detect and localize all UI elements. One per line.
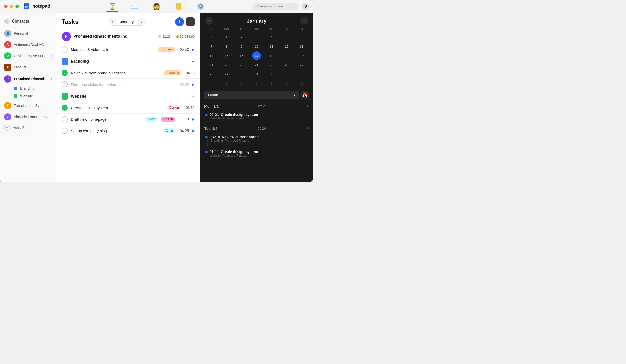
cal-day-13[interactable]: 13: [297, 42, 306, 51]
task-check-review[interactable]: ✓: [62, 70, 68, 76]
cal-day-6[interactable]: 6: [297, 33, 306, 42]
cal-day-3[interactable]: 3: [297, 70, 306, 78]
cal-day-24[interactable]: 24: [252, 60, 261, 69]
cal-day-8[interactable]: 8: [222, 42, 231, 51]
arrow-icon-finetune[interactable]: ▶: [192, 82, 195, 86]
cal-day-12[interactable]: 12: [282, 42, 291, 51]
task-time-homepage: 14:19: [179, 117, 189, 121]
cal-day-11[interactable]: 11: [267, 42, 276, 51]
nav-book[interactable]: 📒: [173, 2, 184, 11]
sidebar-item-product[interactable]: ■ Product: [0, 62, 56, 73]
cal-day-16[interactable]: 16: [237, 51, 246, 60]
nav-mail[interactable]: ✉️: [129, 2, 140, 11]
calendar-view-icon[interactable]: 📅: [301, 91, 309, 99]
nav-settings[interactable]: ⚙️: [195, 2, 207, 11]
minimize-button[interactable]: [10, 5, 13, 8]
arrow-icon-blog[interactable]: ▶: [192, 129, 195, 133]
close-button[interactable]: [4, 5, 8, 8]
cal-day-27[interactable]: 27: [297, 60, 306, 69]
tasks-list: P Promised Rinascimento Inc. 🕐 32:26 💰 $…: [56, 29, 200, 182]
cal-next-button[interactable]: ›: [300, 17, 308, 25]
add-task-branding-button[interactable]: +: [192, 59, 195, 65]
task-row-design-system[interactable]: ✓ Create design system Design 03:32: [56, 102, 200, 113]
cal-day-2[interactable]: 2: [282, 70, 291, 78]
cal-day-2[interactable]: 2: [237, 33, 246, 42]
sidebar-sub-website[interactable]: Website: [0, 92, 56, 100]
cal-day-22[interactable]: 22: [222, 60, 231, 69]
sidebar-sub-branding[interactable]: Branding: [0, 85, 56, 92]
time-add-mon-button[interactable]: +: [306, 104, 309, 109]
cal-day-3[interactable]: 3: [252, 33, 261, 42]
sidebar-item-vibronic[interactable]: V Vibronic Transition G...: [0, 111, 56, 123]
cal-day-28[interactable]: 28: [207, 70, 216, 78]
cal-day-7[interactable]: 7: [252, 79, 261, 88]
next-month-button[interactable]: ›: [138, 18, 145, 25]
task-row-homepage[interactable]: Draft new homepage Code Design 14:19 ▶: [56, 113, 200, 125]
cal-day-23[interactable]: 23: [237, 60, 246, 69]
main-content: 🔍 Contacts 👤 Personal A Antimonic Dual A…: [0, 13, 313, 182]
cal-day-30[interactable]: 30: [237, 70, 246, 78]
sidebar-item-orbital[interactable]: O Orbital Eclipse LLC ▾: [0, 50, 56, 62]
cal-day-29[interactable]: 29: [222, 70, 231, 78]
filter-button[interactable]: [186, 17, 195, 26]
task-check-finetune[interactable]: [62, 81, 68, 87]
manually-add-input[interactable]: [252, 3, 299, 10]
nav-timer[interactable]: ⏳: [106, 2, 118, 11]
cal-day-15[interactable]: 15: [222, 51, 231, 60]
cal-day-7[interactable]: 7: [207, 42, 216, 51]
cal-day-25[interactable]: 25: [267, 60, 276, 69]
task-row-blog[interactable]: Set up company blog Code 04:25 ▶: [56, 125, 200, 136]
cal-prev-button[interactable]: ‹: [205, 17, 213, 25]
task-check-design-system[interactable]: ✓: [62, 105, 68, 111]
add-task-button[interactable]: +: [175, 17, 184, 26]
cal-day-9[interactable]: 9: [237, 42, 246, 51]
cal-day-31[interactable]: 31: [207, 33, 216, 42]
search-icon[interactable]: 🔍: [4, 18, 10, 24]
time-add-tue-button[interactable]: +: [306, 126, 309, 131]
task-check-blog[interactable]: [62, 128, 68, 134]
cal-day-17[interactable]: 17: [252, 51, 261, 60]
cal-day-10[interactable]: 10: [297, 79, 306, 88]
sidebar-item-antimonic[interactable]: A Antimonic Dual AG: [0, 39, 56, 50]
cal-day-4[interactable]: 4: [267, 33, 276, 42]
task-check-homepage[interactable]: [62, 116, 68, 122]
cal-day-1[interactable]: 1: [222, 33, 231, 42]
cal-day-18[interactable]: 18: [267, 51, 276, 60]
cal-day-6[interactable]: 6: [237, 79, 246, 88]
cal-day-10[interactable]: 10: [252, 42, 261, 51]
arrow-icon-homepage[interactable]: ▶: [192, 117, 195, 121]
sidebar-item-translational[interactable]: T Translational Symmet...: [0, 100, 56, 111]
view-dropdown[interactable]: Month ▾: [204, 91, 299, 99]
sidebar-item-personal[interactable]: 👤 Personal: [0, 28, 56, 39]
cal-day-19[interactable]: 19: [282, 51, 291, 60]
cal-day-4[interactable]: 4: [207, 79, 216, 88]
cal-day-1[interactable]: 1: [267, 70, 276, 78]
task-row-review[interactable]: ✓ Review current brand guidelines Busine…: [56, 67, 200, 78]
prev-month-button[interactable]: ‹: [109, 18, 116, 25]
sidebar-header: 🔍 Contacts: [0, 17, 56, 28]
task-row-meetings[interactable]: Meetings & video calls Business 05:52 ▶: [56, 44, 200, 55]
cal-day-5[interactable]: 5: [222, 79, 231, 88]
add-task-website-button[interactable]: +: [192, 94, 195, 99]
tasks-header: Tasks ‹ January › +: [56, 13, 200, 29]
app-title: notepad: [32, 4, 50, 9]
maximize-button[interactable]: [15, 5, 19, 8]
task-check-meetings[interactable]: [62, 46, 68, 53]
cal-day-14[interactable]: 14: [207, 51, 216, 60]
arrow-icon-meetings[interactable]: ▶: [192, 47, 195, 52]
clock-button[interactable]: ⏱: [302, 3, 309, 10]
cal-day-5[interactable]: 5: [282, 33, 291, 42]
cal-day-20[interactable]: 20: [297, 51, 306, 60]
hdr-su: SU: [204, 27, 219, 32]
task-row-finetune[interactable]: Fine-tune slides for conference 00:00 ▶: [56, 78, 200, 90]
client-name-promised: Promised Rinascimento Inc.: [73, 34, 155, 39]
client-header-promised: P Promised Rinascimento Inc. 🕐 32:26 💰 $…: [56, 29, 200, 44]
cal-day-21[interactable]: 21: [207, 60, 216, 69]
sidebar-item-promised[interactable]: P Promised Rinascimen... ▾: [0, 73, 56, 85]
cal-day-31[interactable]: 31: [252, 70, 261, 78]
cal-day-9[interactable]: 9: [282, 79, 291, 88]
cal-day-8[interactable]: 8: [267, 79, 276, 88]
sidebar-add-edit[interactable]: + Add / Edit: [0, 123, 56, 133]
nav-person[interactable]: 👩: [151, 2, 162, 11]
cal-day-26[interactable]: 26: [282, 60, 291, 69]
